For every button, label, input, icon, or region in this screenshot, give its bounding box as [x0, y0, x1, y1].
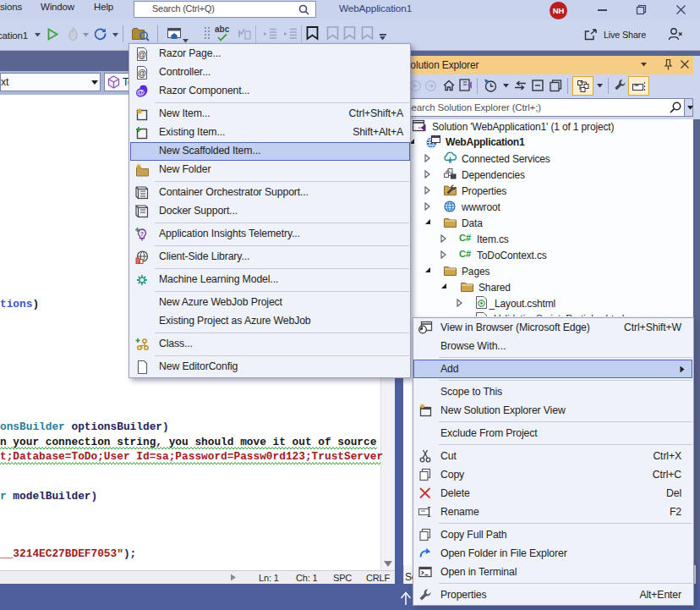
svg-text:?: ?: [140, 230, 144, 236]
svg-text:@: @: [137, 86, 145, 96]
svg-text:@: @: [138, 50, 146, 59]
svg-text:@: @: [138, 69, 146, 78]
